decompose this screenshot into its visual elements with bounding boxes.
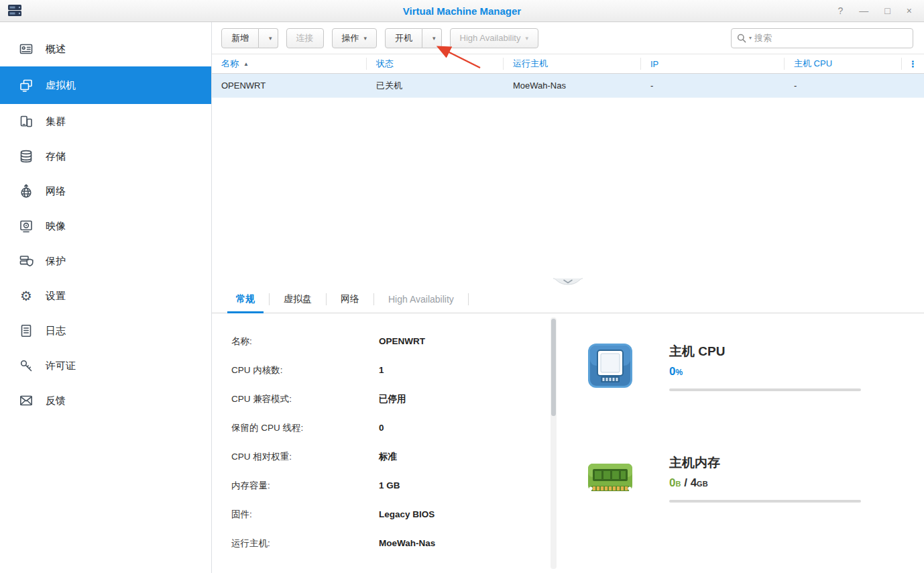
host-memory-card: 主机内存 0B / 4GB (586, 453, 924, 503)
property-label: 固件: (231, 509, 379, 521)
property-row: CPU 内核数: 1 (231, 356, 551, 384)
sidebar-item-label: 概述 (46, 43, 66, 56)
network-icon (17, 184, 35, 199)
sidebar-item-label: 保护 (46, 255, 66, 268)
property-row: 内存容量: 1 GB (231, 471, 551, 500)
sidebar-item-log[interactable]: 日志 (0, 313, 211, 348)
property-label: 内存容量: (231, 480, 379, 492)
create-dropdown-button[interactable]: ▾ (259, 28, 278, 48)
detail-panel: 名称: OPENWRT CPU 内核数: 1 CPU 兼容模式: 已停用 保留的… (212, 313, 924, 573)
column-header-cpu[interactable]: 主机 CPU (785, 58, 902, 70)
sidebar-item-image[interactable]: 映像 (0, 209, 211, 244)
cpu-icon (586, 342, 634, 390)
settings-icon: ⚙ (17, 289, 35, 303)
license-icon (17, 358, 35, 373)
detail-scrollbar[interactable] (551, 317, 557, 569)
sidebar-item-label: 存储 (46, 150, 66, 163)
property-value: 1 GB (379, 480, 400, 490)
tab-general[interactable]: 常规 (222, 286, 269, 313)
power-on-dropdown-button[interactable]: ▾ (422, 28, 442, 48)
window-controls: ? — □ × (838, 6, 912, 15)
search-box: ▾ (731, 28, 913, 48)
overview-icon (17, 42, 35, 56)
image-icon (17, 219, 35, 233)
caret-down-icon: ▾ (432, 35, 436, 42)
search-scope-caret-icon[interactable]: ▾ (749, 35, 752, 41)
power-on-button[interactable]: 开机 (385, 28, 422, 48)
host-cpu-title: 主机 CPU (669, 343, 861, 360)
sidebar-item-cluster[interactable]: 集群 (0, 104, 211, 139)
caret-down-icon: ▾ (364, 35, 367, 42)
connect-button[interactable]: 连接 (286, 28, 324, 48)
memory-icon (586, 453, 634, 501)
vm-list-empty-area (212, 98, 924, 286)
property-value: 已停用 (379, 393, 406, 405)
property-row: 固件: Legacy BIOS (231, 500, 551, 529)
column-header-name[interactable]: 名称 ▲ (212, 58, 367, 70)
column-header-host[interactable]: 运行主机 (504, 58, 641, 70)
vm-name-cell: OPENWRT (212, 81, 367, 91)
protection-icon (17, 254, 35, 268)
column-settings-button[interactable]: ⋮ (902, 58, 924, 70)
tab-network[interactable]: 网络 (327, 286, 373, 313)
sidebar-item-license[interactable]: 许可证 (0, 348, 211, 383)
create-split-button: 新增 ▾ (221, 28, 278, 48)
property-label: 保留的 CPU 线程: (231, 422, 379, 434)
sidebar-item-settings[interactable]: ⚙ 设置 (0, 278, 211, 313)
column-header-ip[interactable]: IP (641, 58, 785, 70)
tab-high-availability[interactable]: High Availability (374, 286, 468, 313)
vm-table-row[interactable]: OPENWRT 已关机 MoeWah-Nas - - (212, 74, 924, 98)
tab-virtual-disk[interactable]: 虚拟盘 (270, 286, 326, 313)
sidebar-item-label: 集群 (46, 115, 66, 128)
sidebar-item-network[interactable]: 网络 (0, 174, 211, 209)
sort-asc-icon: ▲ (243, 61, 249, 67)
sidebar-item-label: 日志 (46, 325, 66, 337)
property-label: 运行主机: (231, 537, 379, 550)
column-header-status[interactable]: 状态 (367, 58, 504, 70)
property-label: CPU 兼容模式: (231, 393, 379, 405)
sidebar-item-virtual-machine[interactable]: 虚拟机 (0, 66, 211, 104)
collapse-panel-handle[interactable] (553, 278, 583, 286)
app-window: Virtual Machine Manager ? — □ × 概述 (0, 0, 924, 573)
sidebar-item-feedback[interactable]: 反馈 (0, 383, 211, 418)
vm-ip-cell: - (641, 81, 785, 91)
property-value: 标准 (379, 451, 397, 463)
minimize-button[interactable]: — (859, 6, 868, 15)
create-button[interactable]: 新增 (221, 28, 259, 48)
property-label: CPU 相对权重: (231, 451, 379, 463)
host-cpu-progressbar (669, 388, 861, 391)
close-button[interactable]: × (907, 6, 912, 15)
sidebar-item-label: 虚拟机 (46, 79, 76, 92)
main-panel: 新增 ▾ 连接 操作 ▾ 开机 ▾ High Availability (212, 22, 924, 573)
window-title: Virtual Machine Manager (0, 5, 924, 17)
sidebar-item-label: 设置 (46, 290, 66, 303)
cluster-icon (17, 114, 35, 129)
maximize-button[interactable]: □ (884, 6, 890, 15)
property-row: CPU 相对权重: 标准 (231, 442, 551, 471)
search-input[interactable] (754, 33, 907, 43)
help-button[interactable]: ? (838, 6, 844, 15)
tab-separator (468, 293, 469, 305)
property-row: 保留的 CPU 线程: 0 (231, 413, 551, 442)
action-button[interactable]: 操作 ▾ (332, 28, 378, 48)
host-stats-panel: 主机 CPU 0% (557, 313, 924, 573)
log-icon (17, 323, 35, 338)
app-logo-icon (7, 3, 24, 18)
sidebar-item-overview[interactable]: 概述 (0, 32, 211, 66)
detail-tabbar: 常规 虚拟盘 网络 High Availability (212, 286, 924, 313)
sidebar: 概述 虚拟机 (0, 22, 212, 573)
property-value: 0 (379, 423, 384, 433)
property-value: MoeWah-Nas (379, 538, 435, 548)
sidebar-item-protection[interactable]: 保护 (0, 244, 211, 278)
vm-host-cell: MoeWah-Nas (504, 81, 641, 91)
title-bar: Virtual Machine Manager ? — □ × (0, 0, 924, 22)
overflow-menu-icon: ⋮ (909, 59, 917, 69)
sidebar-item-label: 网络 (46, 185, 66, 198)
property-value: Legacy BIOS (379, 509, 435, 519)
scrollbar-thumb[interactable] (551, 319, 556, 416)
power-on-split-button: 开机 ▾ (385, 28, 442, 48)
sidebar-item-storage[interactable]: 存储 (0, 139, 211, 174)
vm-cpu-cell: - (785, 81, 902, 91)
high-availability-button[interactable]: High Availability ▾ (450, 28, 538, 48)
search-icon (737, 34, 746, 43)
